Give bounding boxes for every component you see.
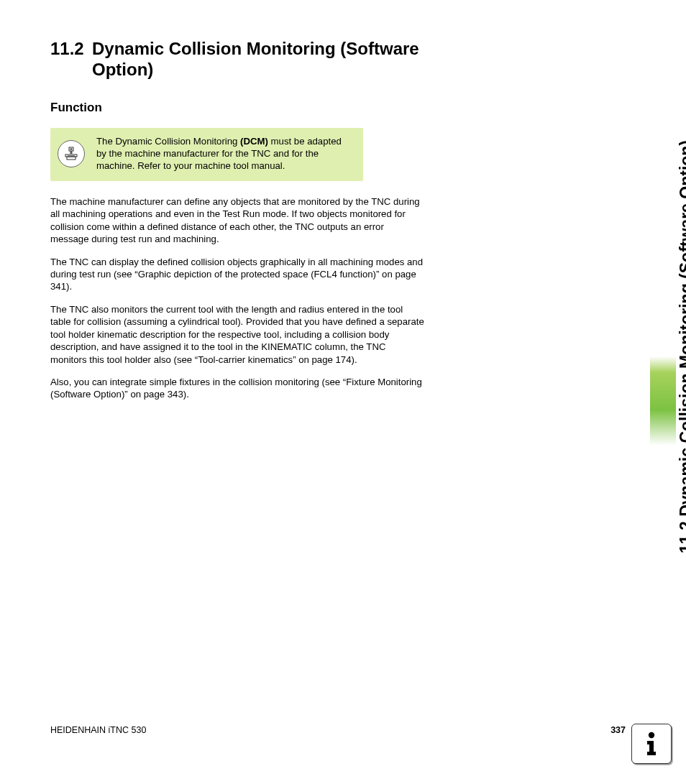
subsection-heading: Function <box>50 101 453 115</box>
footer-product: HEIDENHAIN iTNC 530 <box>50 725 146 735</box>
machine-tool-icon <box>58 140 85 167</box>
note-box: The Dynamic Collision Monitoring (DCM) m… <box>50 128 363 181</box>
svg-rect-4 <box>67 157 76 160</box>
page: 11.2 Dynamic Collision Monitoring (Softw… <box>0 0 686 784</box>
page-number: 337 <box>610 725 626 735</box>
note-text: The Dynamic Collision Monitoring (DCM) m… <box>96 135 353 172</box>
note-bold: (DCM) <box>240 136 268 147</box>
page-footer: HEIDENHAIN iTNC 530 337 <box>50 725 626 735</box>
main-content: 11.2 Dynamic Collision Monitoring (Softw… <box>50 39 453 411</box>
section-number: 11.2 <box>50 39 92 60</box>
body-paragraph: The TNC also monitors the current tool w… <box>50 303 424 366</box>
section-title: Dynamic Collision Monitoring (Software O… <box>92 39 453 80</box>
side-tab-text: 11.2 Dynamic Collision Monitoring (Softw… <box>677 140 687 553</box>
section-heading: 11.2 Dynamic Collision Monitoring (Softw… <box>50 39 453 80</box>
svg-rect-1 <box>70 148 73 149</box>
svg-point-6 <box>649 732 654 738</box>
info-icon <box>631 724 672 764</box>
info-badge <box>631 724 672 764</box>
body-paragraph: The TNC can display the defined collisio… <box>50 256 424 293</box>
svg-rect-2 <box>70 151 73 154</box>
body-paragraph: The machine manufacturer can define any … <box>50 195 424 246</box>
note-pre: The Dynamic Collision Monitoring <box>96 136 240 147</box>
side-tab: 11.2 Dynamic Collision Monitoring (Softw… <box>673 29 686 553</box>
side-tab-highlight <box>650 356 676 446</box>
body-paragraph: Also, you can integrate simple fixtures … <box>50 376 424 401</box>
